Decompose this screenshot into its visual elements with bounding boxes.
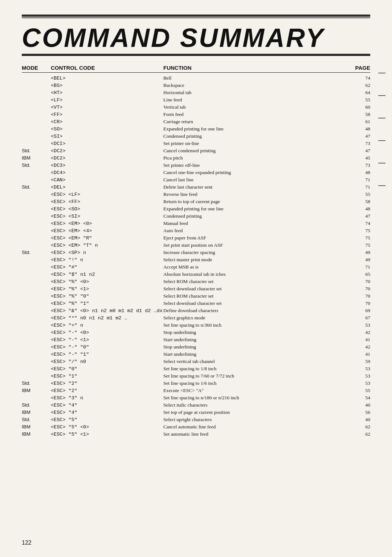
cell-code: <ESC> "4"	[51, 409, 163, 416]
header-function: FUNCTION	[163, 65, 348, 71]
table-row: Std.<DC3>Set printer off-line73	[22, 162, 370, 169]
cell-function: Set automatic line feed	[163, 431, 348, 437]
cell-mode: Std.	[22, 380, 51, 387]
cell-code: <BS>	[51, 82, 163, 89]
cell-code: <ESC> <FF>	[51, 199, 163, 205]
cell-page: 62	[348, 431, 370, 437]
cell-page: 41	[348, 351, 370, 358]
cell-function: Execute <ESC> "A"	[163, 387, 348, 394]
cell-page: 42	[348, 344, 370, 350]
cell-code: <ESC> "3" n	[51, 395, 163, 401]
table-row: <ESC> "%" "1"Select download character s…	[22, 300, 370, 307]
cell-code: <DEL>	[51, 184, 163, 191]
header-page: PAGE	[348, 65, 370, 71]
cell-page: 69	[348, 307, 370, 314]
cell-function: Set line spacing to 7/60 or 7/72 inch	[163, 373, 348, 379]
cell-mode: IBM	[22, 155, 51, 161]
cell-page: 60	[348, 104, 370, 110]
cell-code: <ESC> <EM> <4>	[51, 228, 163, 234]
cell-code: <ESC> "2"	[51, 380, 163, 387]
table-header: MODE CONTROL CODE FUNCTION PAGE	[22, 65, 370, 73]
cell-function: Select ROM character set	[163, 278, 348, 285]
table-row: Std.<DC2>Cancel condensed printing47	[22, 148, 370, 155]
cell-code: <ESC> "0"	[51, 366, 163, 372]
cell-page: 64	[348, 89, 370, 96]
cell-mode: IBM	[22, 431, 51, 437]
cell-function: Delete last character sent	[163, 184, 348, 190]
table-row: <ESC> "#"Accept MSB as is71	[22, 264, 370, 271]
cell-page: 71	[348, 184, 370, 190]
cell-code: <ESC> "5"	[51, 417, 163, 423]
header-code: CONTROL CODE	[51, 65, 163, 71]
cell-function: Select master print mode	[163, 257, 348, 263]
cell-function: Expanded printing for one line	[163, 126, 348, 132]
cell-code: <VT>	[51, 104, 163, 111]
table-row: IBM<ESC> "5" <0>Cancel automatic line fe…	[22, 424, 370, 431]
cell-page: 70	[348, 278, 370, 285]
table-row: Std.<ESC> "5"Select upright characters40	[22, 416, 370, 424]
cell-function: Manual feed	[163, 220, 348, 227]
cell-page: 75	[348, 227, 370, 234]
table-row: <ESC> "-" <0>Stop underlining42	[22, 329, 370, 336]
cell-page: 75	[348, 235, 370, 241]
table-row: Std.<ESC> <SP> nIncrease character spaci…	[22, 249, 370, 257]
cell-code: <ESC> "$" n1 n2	[51, 271, 163, 278]
cell-function: Condensed printing	[163, 133, 348, 140]
cell-function: Bell	[163, 75, 348, 81]
cell-function: Accept MSB as is	[163, 264, 348, 270]
cell-page: 67	[348, 315, 370, 321]
table-row: <ESC> <SI>Condensed printing47	[22, 213, 370, 220]
cell-function: Set line spacing to 1/6 inch	[163, 380, 348, 387]
table-row: <ESC> <EM> "T" nSet print start position…	[22, 242, 370, 249]
cell-function: Eject paper from ASF	[163, 235, 348, 241]
cell-page: 73	[348, 140, 370, 147]
cell-mode: IBM	[22, 409, 51, 416]
cell-function: Select upright characters	[163, 416, 348, 423]
cell-function: Set line spacing to n/360 inch	[163, 322, 348, 328]
cell-function: Select vertical tab channel	[163, 358, 348, 365]
table-row: <ESC> "*" n0 n1 n2 m1 m2 …Select graphic…	[22, 315, 370, 322]
cell-function: Cancel automatic line feed	[163, 424, 348, 430]
cell-page: 58	[348, 111, 370, 118]
table-row: <ESC> "1"Set line spacing to 7/60 or 7/7…	[22, 373, 370, 380]
cell-code: <LF>	[51, 97, 163, 104]
cell-mode: Std.	[22, 402, 51, 408]
cell-code: <ESC> "&" <0> n1 n2 m0 m1 m2 d1 d2 …dx	[51, 308, 163, 314]
cell-code: <ESC> "%" "0"	[51, 293, 163, 300]
table-row: <VT>Vertical tab60	[22, 104, 370, 111]
margin-mark-1	[378, 73, 385, 73]
cell-mode: Std.	[22, 184, 51, 190]
cell-function: Expanded printing for one line	[163, 206, 348, 212]
cell-page: 55	[348, 191, 370, 198]
header-mode: MODE	[22, 65, 51, 71]
table-row: <ESC> "-" <1>Start underlining41	[22, 336, 370, 344]
cell-code: <ESC> "%" <1>	[51, 286, 163, 292]
cell-function: Cancel condensed printing	[163, 148, 348, 154]
cell-function: Set top of page at current position	[163, 409, 348, 416]
command-table: MODE CONTROL CODE FUNCTION PAGE <BEL>Bel…	[22, 65, 370, 438]
cell-code: <HT>	[51, 90, 163, 96]
margin-mark-6	[378, 185, 385, 186]
cell-code: <ESC> <EM> "T" n	[51, 242, 163, 249]
cell-code: <CAN>	[51, 177, 163, 183]
cell-function: Carriage return	[163, 118, 348, 125]
cell-mode: Std.	[22, 148, 51, 154]
cell-code: <ESC> "%" <0>	[51, 279, 163, 285]
page: COMMAND SUMMARY MODE CONTROL CODE FUNCTI…	[0, 0, 392, 557]
cell-function: Horizontal tab	[163, 89, 348, 96]
table-row: <ESC> "!" nSelect master print mode49	[22, 257, 370, 264]
cell-function: Return to top of current page	[163, 198, 348, 205]
table-row: <ESC> "%" <1>Select download character s…	[22, 286, 370, 293]
table-row: <ESC> "$" n1 n2Absolute horizontal tab i…	[22, 271, 370, 278]
cell-code: <ESC> "/" n0	[51, 359, 163, 365]
cell-code: <SO>	[51, 126, 163, 133]
cell-code: <DC2>	[51, 155, 163, 162]
cell-code: <ESC> <SP> n	[51, 250, 163, 256]
page-number: 122	[22, 540, 32, 546]
cell-page: 70	[348, 293, 370, 299]
cell-code: <CR>	[51, 119, 163, 125]
cell-code: <ESC> "-" <1>	[51, 337, 163, 343]
table-row: <FF>Form feed58	[22, 111, 370, 118]
cell-function: Cancel one-line expanded printing	[163, 169, 348, 176]
table-row: Std.<ESC> "2"Set line spacing to 1/6 inc…	[22, 380, 370, 387]
